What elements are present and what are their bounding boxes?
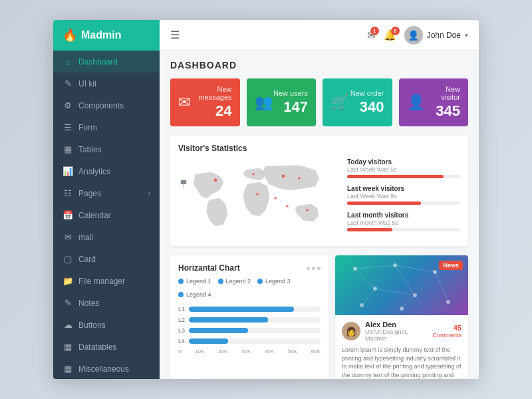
- visitors-card-content: Today visitors Last Week Was 5s Last wee…: [178, 158, 460, 238]
- news-banner: News: [335, 255, 468, 315]
- news-badge: News: [439, 261, 463, 270]
- sidebar-item-components[interactable]: ⚙ Components: [53, 94, 160, 116]
- user-menu[interactable]: 👤 John Doe ▾: [404, 26, 468, 45]
- datatables-icon: ▦: [63, 342, 73, 352]
- sidebar-item-notes[interactable]: ✎ Notes: [53, 292, 160, 314]
- chart-dot-2: [312, 267, 315, 270]
- misc-icon: ▦: [63, 364, 73, 374]
- sidebar-item-label: Pages: [78, 189, 101, 198]
- hamburger-button[interactable]: ☰: [170, 29, 180, 41]
- sidebar-item-label: File manager: [78, 277, 125, 286]
- sidebar-item-calendar[interactable]: 📅 Calendar: [53, 204, 160, 226]
- svg-line-22: [435, 272, 448, 302]
- hbar-row-l1: L1: [178, 306, 321, 313]
- sidebar-nav: ⌂ Dashboard ✎ UI kit ⚙ Components ☰ Form…: [53, 51, 160, 379]
- notification-button[interactable]: 🔔 0: [384, 29, 396, 41]
- svg-point-0: [214, 179, 217, 182]
- hbar-track-l2: [189, 317, 321, 323]
- chart-dots: [307, 267, 321, 270]
- hbar-label-l4: L4: [178, 338, 189, 344]
- hbar-label-l3: L3: [178, 327, 189, 334]
- sidebar-item-label: Analytics: [78, 167, 110, 176]
- mail-icon: ✉: [63, 232, 73, 242]
- svg-line-19: [395, 265, 435, 272]
- legend-label-4: Legend 4: [186, 291, 211, 298]
- hbar-row-l3: L3: [178, 327, 321, 334]
- users-icon: 👥: [255, 94, 273, 111]
- mail-badge: 1: [370, 27, 379, 35]
- hbar-track-l1: [189, 307, 321, 312]
- svg-point-5: [306, 209, 309, 211]
- app-wrapper: 🔥 Madmin ⌂ Dashboard ✎ UI kit ⚙ Componen…: [53, 20, 479, 379]
- vstat-lastweek: Last week visitors Last Week Was 8s: [347, 185, 460, 205]
- stat-card-order[interactable]: 🛒 New order 340: [323, 78, 392, 126]
- stat-card-visitor[interactable]: 👤 New visitor 345: [399, 78, 469, 126]
- hbar-row-l4: L4: [178, 338, 321, 344]
- brand-logo[interactable]: 🔥 Madmin: [53, 20, 160, 51]
- sidebar-item-tables[interactable]: ▦ Tables: [53, 138, 160, 160]
- sidebar-item-label: Components: [78, 101, 124, 110]
- svg-point-3: [282, 175, 285, 178]
- sidebar-item-label: Calendar: [78, 211, 111, 220]
- vstat-lastmonth-track: [347, 228, 460, 231]
- axis-20k: 20K: [218, 348, 227, 354]
- legend-dot-2: [218, 279, 223, 284]
- svg-line-21: [395, 265, 415, 295]
- sidebar-item-pages[interactable]: ☷ Pages ›: [53, 182, 160, 204]
- vstat-lastmonth-fill: [347, 228, 392, 231]
- stat-card-info-users: New users 147: [273, 89, 308, 116]
- sidebar: 🔥 Madmin ⌂ Dashboard ✎ UI kit ⚙ Componen…: [53, 20, 160, 379]
- sidebar-item-uikit[interactable]: ✎ UI kit: [53, 72, 160, 94]
- components-icon: ⚙: [63, 100, 73, 110]
- card-icon: ▢: [63, 254, 73, 264]
- stat-card-users[interactable]: 👥 New users 147: [247, 78, 317, 126]
- sidebar-item-form[interactable]: ☰ Form: [53, 116, 160, 138]
- sidebar-item-label: UI kit: [78, 79, 96, 88]
- page-content: DASHBOARD ✉ New messages 24 👥 New users …: [160, 51, 479, 379]
- mail-button[interactable]: ✉ 1: [367, 29, 376, 41]
- sidebar-item-analytics[interactable]: 📊 Analytics: [53, 160, 160, 182]
- brand-name: Madmin: [81, 29, 121, 41]
- visitors-card: Visitor's Statistics: [170, 136, 468, 246]
- stat-card-messages[interactable]: ✉ New messages 24: [170, 78, 240, 126]
- chart-header: Horizantal Chart: [178, 263, 321, 273]
- hbar-row-l2: L2: [178, 317, 321, 323]
- calendar-icon: 📅: [63, 210, 73, 220]
- svg-point-7: [274, 197, 277, 200]
- legend-item-1: Legend 1: [178, 278, 211, 285]
- vstat-today: Today visitors Last Week Was 5s: [347, 158, 460, 178]
- stat-card-label-visitor: New visitor: [425, 85, 461, 101]
- hbar-track-l3: [189, 328, 321, 333]
- vstat-lastmonth-sublabel: Last month Was 5s: [347, 219, 460, 226]
- chart-dot-3: [317, 267, 321, 270]
- messages-icon: ✉: [178, 94, 190, 111]
- sidebar-item-dashboard[interactable]: ⌂ Dashboard: [53, 51, 160, 72]
- vstat-today-sublabel: Last Week Was 5s: [347, 166, 460, 173]
- stat-card-info-messages: New messages 24: [190, 85, 232, 120]
- notif-badge: 0: [391, 27, 400, 35]
- sidebar-item-label: Buttons: [78, 321, 106, 330]
- sidebar-item-label: Dashboard: [78, 57, 118, 66]
- sidebar-item-buttons[interactable]: ☁ Buttons: [53, 314, 160, 336]
- sidebar-item-card[interactable]: ▢ Card: [53, 248, 160, 270]
- author-avatar: 👩: [342, 322, 360, 340]
- sidebar-item-miscellaneous[interactable]: ▦ Miscellaneous: [53, 358, 160, 379]
- sidebar-item-datatables[interactable]: ▦ Datatables: [53, 336, 160, 358]
- stat-card-label-users: New users: [273, 89, 308, 97]
- legend-dot-1: [178, 279, 184, 284]
- sidebar-item-mail[interactable]: ✉ mail: [53, 226, 160, 248]
- hbar-chart: L1 L2: [178, 303, 321, 357]
- news-body: 👩 Alex Den UX/UI Designer, Madmin 45 Com…: [335, 315, 468, 379]
- hbar-track-l4: [189, 338, 321, 344]
- svg-line-24: [402, 295, 415, 309]
- vstat-lastweek-fill: [347, 201, 421, 205]
- news-text: Lorem ipsum is simply dummy text of the …: [342, 346, 462, 379]
- stat-card-info-visitor: New visitor 345: [425, 85, 461, 120]
- svg-point-4: [298, 177, 301, 180]
- legend-label-1: Legend 1: [186, 278, 211, 285]
- sidebar-item-filemanager[interactable]: 📁 File manager: [53, 270, 160, 292]
- sidebar-item-label: Form: [78, 123, 97, 132]
- main-content: ☰ ✉ 1 🔔 0 👤 John Doe ▾ DASHBOARD: [160, 20, 479, 379]
- sidebar-item-label: Card: [78, 255, 96, 264]
- comments-label: Comments: [432, 332, 462, 338]
